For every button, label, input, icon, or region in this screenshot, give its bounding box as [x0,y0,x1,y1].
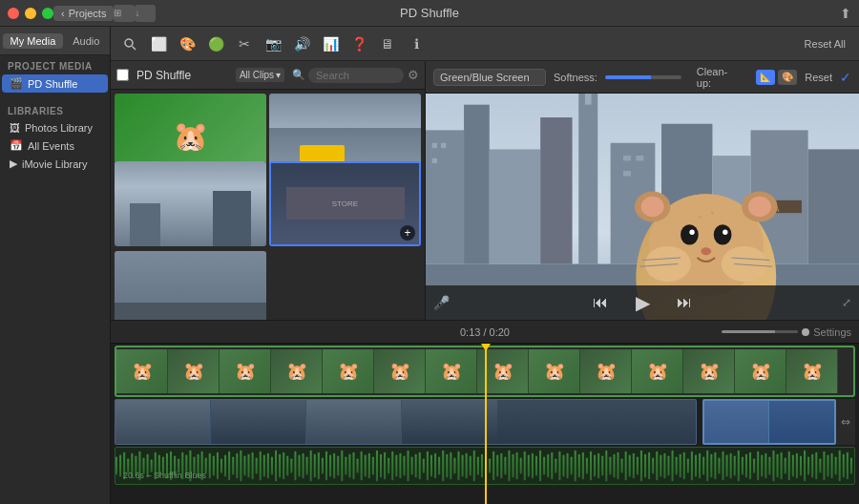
zoom-slider[interactable] [722,330,798,333]
svg-rect-158 [567,453,569,479]
svg-point-35 [748,197,771,217]
expand-track-icon[interactable]: ⇔ [836,399,855,445]
svg-rect-223 [819,458,821,472]
svg-rect-111 [384,452,386,480]
svg-point-31 [701,247,711,255]
add-to-project-icon[interactable]: + [400,225,415,241]
fullscreen-button[interactable]: ⤢ [842,296,851,309]
svg-rect-17 [432,158,437,163]
import-button[interactable]: ↓ [135,5,156,22]
audio-track[interactable]: // This won't execute in SVG context, so… [115,447,855,485]
camera-icon[interactable]: 📷 [262,32,284,55]
svg-point-40 [699,216,702,219]
svg-rect-146 [520,457,522,473]
timeline-header: 0:13 / 0:20 Settings [111,321,859,344]
svg-rect-118 [411,457,413,475]
maximize-button[interactable] [42,8,53,19]
sidebar-item-pd-shuffle[interactable]: 🎬 PD Shuffle [2,74,108,93]
svg-rect-132 [466,453,468,479]
reset-button[interactable]: Reset [805,72,832,83]
svg-rect-153 [547,454,549,478]
all-clips-filter[interactable]: All Clips ▾ [236,68,284,82]
svg-line-1 [133,46,136,50]
cleanup-toggle: 📐 🎨 [756,70,797,85]
sidebar-item-photos[interactable]: 🖼 Photos Library [2,119,108,136]
media-icon: 🎬 [10,77,23,90]
events-icon: 📅 [10,139,23,152]
grid-view-button[interactable]: ⊞ [114,5,135,22]
mic-button[interactable]: 🎤 [433,295,450,310]
back-projects-button[interactable]: ‹ Projects [53,6,114,21]
thumbnail-store-front[interactable]: STORE + [269,161,421,246]
sidebar-item-events[interactable]: 📅 All Events [2,136,108,155]
minimize-button[interactable] [25,8,36,19]
svg-rect-82 [271,457,273,475]
svg-rect-112 [388,457,389,473]
city-track[interactable]: ⇔ [115,399,855,445]
reset-all-button[interactable]: Reset All [799,35,851,52]
tab-my-media[interactable]: My Media [3,33,64,49]
close-button[interactable] [8,8,19,19]
svg-rect-219 [804,451,806,481]
svg-point-34 [641,197,664,217]
svg-rect-159 [571,457,573,475]
trim-icon[interactable]: ✂ [233,32,256,55]
chroma-filter-select[interactable]: Green/Blue Screen [433,69,546,86]
svg-rect-72 [232,457,234,475]
svg-rect-172 [621,458,623,472]
settings-label[interactable]: Settings [813,326,851,338]
chroma-icon[interactable]: 🟢 [204,32,227,55]
svg-rect-145 [516,452,518,480]
svg-rect-176 [637,457,639,475]
skip-forward-button[interactable]: ⏭ [671,289,698,316]
crop-icon[interactable]: ⬜ [147,32,170,55]
chart-icon[interactable]: 📊 [319,32,342,55]
svg-rect-197 [718,457,720,473]
cleanup-toggle-on[interactable]: 📐 [756,70,775,85]
svg-rect-109 [376,451,378,481]
svg-rect-68 [217,452,219,480]
audio-icon[interactable]: 🔊 [290,32,313,55]
svg-rect-135 [477,457,479,475]
tab-audio[interactable]: Audio [65,33,107,49]
svg-rect-92 [310,451,312,481]
timeline-zoom: Settings [722,326,851,338]
question-icon[interactable]: ❓ [347,32,370,55]
hamster-frame-9: 🐹 [529,349,580,393]
search-input[interactable] [308,68,404,83]
city-clip-2 [702,399,836,445]
info-icon[interactable]: ℹ [405,32,428,55]
filter-icon[interactable]: ⚙ [408,68,419,82]
svg-rect-180 [652,457,654,473]
thumbnail-city-wide[interactable] [115,161,266,246]
thumbnail-street[interactable] [115,251,266,320]
share-button[interactable]: ⬆ [840,6,851,21]
svg-rect-128 [450,452,451,480]
sidebar-item-imovie[interactable]: ▶ iMovie Library [2,155,108,173]
svg-rect-113 [391,452,393,480]
project-media-label: PROJECT MEDIA [0,55,110,74]
video-preview[interactable]: BANANA [426,94,859,320]
svg-rect-231 [850,457,852,473]
monitor-icon[interactable]: 🖥 [376,32,399,55]
browser-checkbox[interactable] [116,69,129,81]
confirm-icon[interactable]: ✓ [840,70,851,85]
play-pause-button[interactable]: ▶ [629,289,656,316]
svg-rect-119 [415,454,417,478]
search-toolbar-icon[interactable] [118,32,141,55]
svg-point-26 [722,246,767,282]
color-wheel-icon[interactable]: 🎨 [176,32,199,55]
hamster-track[interactable]: 🐹 🐹 🐹 🐹 🐹 🐹 🐹 🐹 🐹 🐹 🐹 🐹 🐹 🐹 [115,346,855,397]
svg-rect-71 [228,452,230,480]
svg-rect-15 [432,143,437,148]
cleanup-toggle-off[interactable]: 🎨 [778,70,797,85]
skip-back-button[interactable]: ⏮ [587,289,614,316]
svg-rect-150 [535,456,537,476]
svg-rect-127 [446,454,448,478]
svg-rect-218 [800,456,802,476]
traffic-lights [8,8,53,19]
softness-slider[interactable] [605,75,681,79]
timeline-area: 0:13 / 0:20 Settings 🐹 [111,321,859,504]
svg-rect-85 [283,452,284,480]
svg-rect-116 [403,456,405,476]
